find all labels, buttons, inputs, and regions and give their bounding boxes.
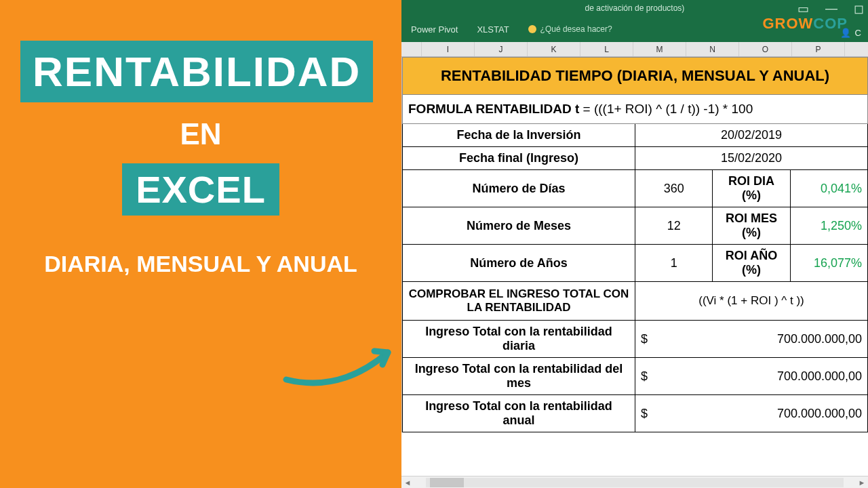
- formula-cell[interactable]: FORMULA RENTABILIDAD t = (((1+ ROI) ^ (1…: [403, 95, 868, 124]
- column-headers: I J K L M N O P: [401, 42, 868, 57]
- income-mes-label[interactable]: Ingreso Total con la rentabilidad del me…: [403, 358, 635, 395]
- lightbulb-icon: [528, 25, 536, 33]
- table-row: Fecha de la Inversión 20/02/2019: [403, 124, 868, 147]
- income-day-label[interactable]: Ingreso Total con la rentabilidad diaria: [403, 321, 635, 358]
- table-title[interactable]: RENTABILIDAD TIEMPO (DIARIA, MENSUAL Y A…: [403, 58, 868, 95]
- dollar-sign[interactable]: $: [635, 321, 712, 358]
- table-row: Fecha final (Ingreso) 15/02/2020: [403, 147, 868, 170]
- check-expr[interactable]: ((Vi * (1 + ROI ) ^ t )): [635, 282, 867, 321]
- table-row: Ingreso Total con la rentabilidad diaria…: [403, 321, 868, 358]
- table-row: Ingreso Total con la rentabilidad anual …: [403, 395, 868, 432]
- window-title-suffix: de activación de productos): [585, 3, 685, 13]
- col-header[interactable]: I: [422, 42, 475, 56]
- table-row: Número de Meses 12 ROI MES (%) 1,250%: [403, 207, 868, 245]
- tab-xlstat[interactable]: XLSTAT: [477, 24, 509, 35]
- col-header[interactable]: M: [633, 42, 686, 56]
- ribbon: de activación de productos) Power Pivot …: [401, 0, 868, 42]
- formula-row: FORMULA RENTABILIDAD t = (((1+ ROI) ^ (1…: [403, 95, 868, 124]
- col-gutter[interactable]: [401, 42, 422, 56]
- brand-logo: GROWCOP: [762, 15, 848, 33]
- brand-part1: GROW: [762, 15, 813, 32]
- ribbon-options-icon[interactable]: ▭: [797, 1, 809, 16]
- scroll-left-icon[interactable]: ◄: [401, 479, 414, 487]
- table-row: Número de Años 1 ROI AÑO (%) 16,077%: [403, 245, 868, 282]
- formula-label: FORMULA RENTABILIDAD t: [408, 102, 579, 116]
- scroll-right-icon[interactable]: ►: [856, 479, 868, 487]
- inv-date-label[interactable]: Fecha de la Inversión: [403, 124, 635, 147]
- years-label[interactable]: Número de Años: [403, 245, 635, 282]
- days-label[interactable]: Número de Días: [403, 170, 635, 207]
- end-date-label[interactable]: Fecha final (Ingreso): [403, 147, 635, 170]
- roi-ano-value[interactable]: 16,077%: [790, 245, 867, 282]
- income-ano-value[interactable]: 700.000.000,00: [713, 395, 868, 432]
- col-header[interactable]: J: [475, 42, 528, 56]
- brand-part2: COP: [813, 15, 848, 32]
- title-rentabilidad: RENTABILIDAD: [20, 41, 373, 102]
- rentabilidad-table: RENTABILIDAD TIEMPO (DIARIA, MENSUAL Y A…: [402, 57, 868, 432]
- table-row: Ingreso Total con la rentabilidad del me…: [403, 358, 868, 395]
- income-mes-value[interactable]: 700.000.000,00: [713, 358, 868, 395]
- maximize-icon[interactable]: ◻: [854, 1, 864, 16]
- col-header[interactable]: K: [528, 42, 580, 56]
- years-value[interactable]: 1: [635, 245, 712, 282]
- title-block: RENTABILIDAD EN EXCEL DIARIA, MENSUAL Y …: [20, 41, 381, 279]
- title-en: EN: [20, 117, 381, 151]
- scroll-thumb[interactable]: [430, 478, 464, 487]
- title-excel: EXCEL: [122, 163, 279, 216]
- dollar-sign[interactable]: $: [635, 395, 712, 432]
- subtitle: DIARIA, MENSUAL Y ANUAL: [20, 249, 381, 279]
- table-title-row: RENTABILIDAD TIEMPO (DIARIA, MENSUAL Y A…: [403, 58, 868, 95]
- months-value[interactable]: 12: [635, 207, 712, 245]
- scroll-track[interactable]: [426, 478, 844, 487]
- days-value[interactable]: 360: [635, 170, 712, 207]
- roi-mes-value[interactable]: 1,250%: [790, 207, 867, 245]
- inv-date-value[interactable]: 20/02/2019: [635, 124, 867, 147]
- tab-powerpivot[interactable]: Power Pivot: [411, 24, 458, 35]
- roi-mes-label[interactable]: ROI MES (%): [713, 207, 790, 245]
- col-header[interactable]: L: [580, 42, 633, 56]
- tell-me-label: ¿Qué desea hacer?: [540, 24, 612, 34]
- minimize-icon[interactable]: —: [825, 1, 837, 16]
- check-row: COMPROBAR EL INGRESO TOTAL CON LA RENTAB…: [403, 282, 868, 321]
- income-ano-label[interactable]: Ingreso Total con la rentabilidad anual: [403, 395, 635, 432]
- income-day-value[interactable]: 700.000.000,00: [713, 321, 868, 358]
- roi-dia-value[interactable]: 0,041%: [790, 170, 867, 207]
- formula-expr: = (((1+ ROI) ^ (1 / t)) -1) * 100: [579, 102, 753, 116]
- end-date-value[interactable]: 15/02/2020: [635, 147, 867, 170]
- arrow-icon: [279, 332, 408, 393]
- col-header[interactable]: O: [739, 42, 792, 56]
- table-row: Número de Días 360 ROI DIA (%) 0,041%: [403, 170, 868, 207]
- dollar-sign[interactable]: $: [635, 358, 712, 395]
- roi-dia-label[interactable]: ROI DIA (%): [713, 170, 790, 207]
- promo-panel: RENTABILIDAD EN EXCEL DIARIA, MENSUAL Y …: [0, 0, 401, 488]
- excel-window: de activación de productos) Power Pivot …: [401, 0, 868, 488]
- tell-me-search[interactable]: ¿Qué desea hacer?: [528, 24, 612, 34]
- col-header[interactable]: P: [792, 42, 845, 56]
- months-label[interactable]: Número de Meses: [403, 207, 635, 245]
- horizontal-scrollbar[interactable]: ◄ ►: [401, 476, 868, 488]
- roi-ano-label[interactable]: ROI AÑO (%): [713, 245, 790, 282]
- check-label[interactable]: COMPROBAR EL INGRESO TOTAL CON LA RENTAB…: [403, 282, 635, 321]
- worksheet[interactable]: RENTABILIDAD TIEMPO (DIARIA, MENSUAL Y A…: [401, 57, 868, 488]
- col-header[interactable]: N: [686, 42, 739, 56]
